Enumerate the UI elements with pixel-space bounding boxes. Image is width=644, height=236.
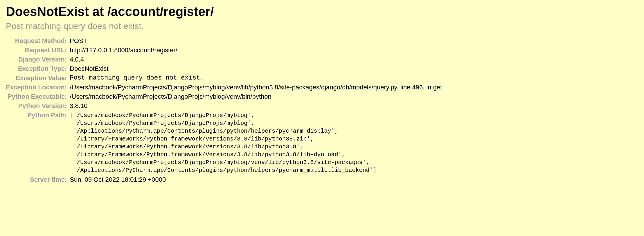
row-request-url: Request URL: http://127.0.0.1:8000/accou… (6, 46, 442, 55)
row-exception-value: Exception Value: Post matching query doe… (6, 73, 442, 83)
value-exception-type: DoesNotExist (70, 64, 442, 73)
python-path-pre: ['/Users/macbook/PycharmProjects/DjangoP… (70, 111, 442, 174)
label-request-method: Request Method: (6, 36, 70, 46)
label-exception-value: Exception Value: (6, 73, 70, 83)
row-exception-type: Exception Type: DoesNotExist (6, 64, 442, 73)
value-python-executable: /Users/macbook/PycharmProjects/DjangoPro… (70, 92, 442, 101)
meta-table: Request Method: POST Request URL: http:/… (6, 36, 442, 184)
value-exception-location: /Users/macbook/PycharmProjects/DjangoPro… (70, 83, 442, 92)
row-exception-location: Exception Location: /Users/macbook/Pycha… (6, 83, 442, 92)
value-django-version: 4.0.4 (70, 55, 442, 64)
label-python-version: Python Version: (6, 101, 70, 111)
label-django-version: Django Version: (6, 55, 70, 64)
row-request-method: Request Method: POST (6, 36, 442, 46)
row-python-version: Python Version: 3.8.10 (6, 101, 442, 111)
exception-subtitle: Post matching query does not exist. (6, 21, 638, 31)
row-server-time: Server time: Sun, 09 Oct 2022 18:01:29 +… (6, 175, 442, 184)
label-exception-type: Exception Type: (6, 64, 70, 73)
value-python-path: ['/Users/macbook/PycharmProjects/DjangoP… (70, 111, 442, 175)
value-exception-value: Post matching query does not exist. (70, 73, 442, 83)
label-request-url: Request URL: (6, 46, 70, 55)
label-python-path: Python Path: (6, 111, 70, 175)
value-server-time: Sun, 09 Oct 2022 18:01:29 +0000 (70, 175, 442, 184)
row-python-executable: Python Executable: /Users/macbook/Pychar… (6, 92, 442, 101)
row-python-path: Python Path: ['/Users/macbook/PycharmPro… (6, 111, 442, 175)
row-django-version: Django Version: 4.0.4 (6, 55, 442, 64)
value-python-version: 3.8.10 (70, 101, 442, 111)
page-title: DoesNotExist at /account/register/ (6, 4, 638, 19)
value-request-method: POST (70, 36, 442, 46)
debug-summary: DoesNotExist at /account/register/ Post … (6, 4, 638, 184)
label-server-time: Server time: (6, 175, 70, 184)
value-request-url: http://127.0.0.1:8000/account/register/ (70, 46, 442, 55)
label-python-executable: Python Executable: (6, 92, 70, 101)
label-exception-location: Exception Location: (6, 83, 70, 92)
